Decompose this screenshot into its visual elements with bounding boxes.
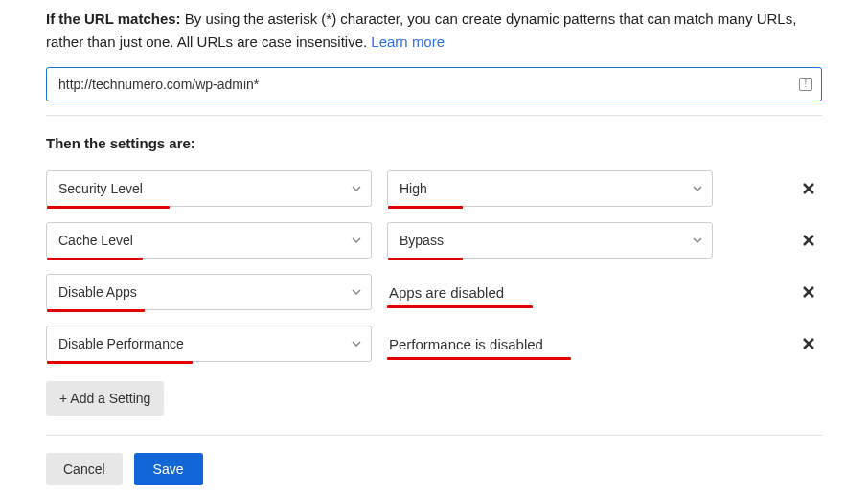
setting-select[interactable]: Cache Level — [46, 222, 372, 259]
value-select-text: High — [400, 181, 427, 196]
remove-row-button[interactable] — [795, 279, 822, 305]
annotation-underline — [388, 206, 463, 209]
close-icon — [802, 234, 815, 247]
setting-select[interactable]: Security Level — [46, 170, 372, 207]
close-icon — [802, 182, 815, 195]
autofill-icon: ! — [799, 78, 812, 91]
remove-row-button[interactable] — [795, 175, 822, 202]
intro-text: If the URL matches: By using the asteris… — [46, 8, 822, 54]
value-column: Bypass — [387, 222, 713, 259]
url-input[interactable] — [46, 67, 822, 101]
section-heading: Then the settings are: — [46, 135, 822, 151]
url-input-container: ! — [46, 67, 822, 101]
setting-select-text: Cache Level — [58, 233, 133, 248]
learn-more-link[interactable]: Learn more — [371, 34, 445, 50]
value-column: Performance is disabled — [387, 328, 713, 360]
chevron-down-icon — [693, 186, 702, 191]
chevron-down-icon — [352, 341, 361, 347]
close-icon — [802, 285, 815, 299]
value-column: High — [387, 170, 713, 207]
chevron-down-icon — [693, 237, 702, 243]
divider — [46, 115, 822, 116]
setting-select-text: Security Level — [58, 181, 143, 196]
value-static: Apps are disabled — [387, 277, 713, 308]
chevron-down-icon — [352, 289, 361, 295]
settings-rows: Security LevelHighCache LevelBypassDisab… — [46, 170, 822, 362]
value-static-text: Apps are disabled — [389, 284, 504, 301]
annotation-underline — [47, 258, 143, 260]
setting-select-text: Disable Apps — [58, 284, 137, 300]
setting-select-text: Disable Performance — [58, 336, 184, 351]
value-static: Performance is disabled — [387, 328, 713, 360]
footer-buttons: Cancel Save — [46, 453, 822, 485]
setting-row: Disable AppsApps are disabled — [46, 274, 822, 310]
chevron-down-icon — [352, 237, 361, 243]
remove-row-button[interactable] — [795, 227, 822, 254]
chevron-down-icon — [352, 186, 361, 191]
setting-row: Cache LevelBypass — [46, 222, 822, 259]
setting-row: Disable PerformancePerformance is disabl… — [46, 326, 822, 362]
save-button[interactable]: Save — [134, 453, 203, 485]
value-select[interactable]: High — [387, 170, 713, 207]
annotation-underline — [47, 206, 170, 209]
setting-select[interactable]: Disable Performance — [46, 326, 372, 362]
annotation-underline — [387, 357, 571, 360]
add-setting-button[interactable]: + Add a Setting — [46, 381, 164, 416]
cancel-button[interactable]: Cancel — [46, 453, 123, 485]
close-icon — [802, 337, 815, 350]
value-static-text: Performance is disabled — [389, 336, 543, 352]
setting-select[interactable]: Disable Apps — [46, 274, 372, 310]
divider — [46, 435, 822, 436]
annotation-underline — [388, 258, 463, 260]
value-select-text: Bypass — [400, 233, 444, 248]
remove-row-button[interactable] — [795, 330, 822, 357]
value-select[interactable]: Bypass — [387, 222, 713, 259]
intro-label: If the URL matches: — [46, 11, 181, 27]
setting-row: Security LevelHigh — [46, 170, 822, 207]
annotation-underline — [47, 309, 145, 312]
annotation-underline — [47, 361, 193, 364]
annotation-underline — [387, 305, 533, 308]
value-column: Apps are disabled — [387, 277, 713, 308]
